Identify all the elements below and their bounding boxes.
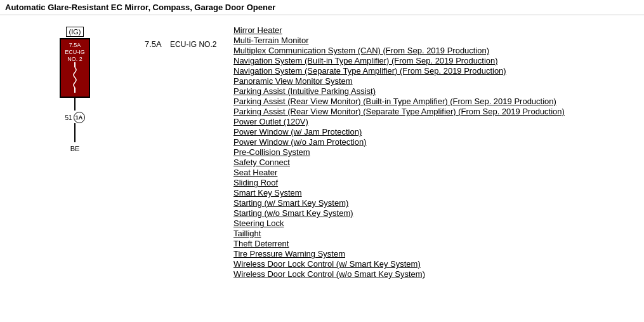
list-item: Sliding Roof [233,178,639,187]
list-item: Wireless Door Lock Control (w/ Smart Key… [233,259,639,269]
list-item: Smart Key System [233,188,639,198]
list-item-link[interactable]: Wireless Door Lock Control (w/ Smart Key… [233,259,421,269]
list-item: Taillight [233,229,639,238]
fuse-squiggle-icon [69,62,81,94]
fuse-diagram-panel: (IG) 7.5A ECU-IG NO. 2 51 1A [5,20,145,279]
list-item-link[interactable]: Mirror Heater [233,25,282,35]
list-item-link[interactable]: Smart Key System [233,188,302,198]
list-item: Seat Heater [233,168,639,177]
list-item: Pre-Collision System [233,147,639,157]
list-item: Parking Assist (Rear View Monitor) (Sepa… [233,107,639,116]
list-item: Wireless Door Lock Control (w/o Smart Ke… [233,269,639,279]
ig-label: (IG) [66,27,84,37]
list-item: Parking Assist (Rear View Monitor) (Buil… [233,97,639,106]
list-item: Power Outlet (120V) [233,117,639,126]
list-item: Safety Connect [233,158,639,167]
list-item-link[interactable]: Power Window (w/ Jam Protection) [233,127,362,137]
list-item: Mirror Heater [233,25,639,35]
list-item-link[interactable]: Power Window (w/o Jam Protection) [233,137,367,147]
list-item: Theft Deterrent [233,239,639,248]
list-item: Starting (w/ Smart Key System) [233,198,639,208]
connector-num: 51 [65,114,72,121]
list-item-link[interactable]: Wireless Door Lock Control (w/o Smart Ke… [233,269,425,279]
list-item-link[interactable]: Parking Assist (Rear View Monitor) (Buil… [233,97,556,106]
fuse-text: 7.5A ECU-IG NO. 2 [65,42,85,62]
svg-rect-1 [74,88,76,93]
be-label: BE [70,145,80,152]
list-item: Power Window (w/ Jam Protection) [233,127,639,137]
list-item-link[interactable]: Pre-Collision System [233,147,310,157]
list-item-link[interactable]: Tire Pressure Warning System [233,249,345,258]
list-item: Tire Pressure Warning System [233,249,639,258]
list-item-link[interactable]: Multi-Terrain Monitor [233,36,308,45]
list-item-link[interactable]: Navigation System (Separate Type Amplifi… [233,66,506,76]
list-item-link[interactable]: Seat Heater [233,168,277,177]
list-item: Power Window (w/o Jam Protection) [233,137,639,147]
list-item-link[interactable]: Starting (w/ Smart Key System) [233,198,348,208]
connector-line-bottom [74,123,76,142]
list-item-link[interactable]: Parking Assist (Intuitive Parking Assist… [233,86,376,96]
list-item: Parking Assist (Intuitive Parking Assist… [233,86,639,96]
link-list-panel: Mirror HeaterMulti-Terrain MonitorMultip… [227,20,639,279]
list-item: Steering Lock [233,218,639,228]
connector-line [74,98,76,111]
list-item-link[interactable]: Multiplex Communication System (CAN) (Fr… [233,46,489,55]
fuse-value: 7.5A [145,39,162,49]
page-title: Automatic Glare-Resistant EC Mirror, Com… [0,0,644,15]
fuse-info: 7.5A ECU-IG NO.2 [145,20,227,279]
list-item: Multi-Terrain Monitor [233,36,639,45]
fuse-label: ECU-IG NO.2 [170,40,216,49]
list-item-link[interactable]: Theft Deterrent [233,239,289,248]
list-item-link[interactable]: Parking Assist (Rear View Monitor) (Sepa… [233,107,565,116]
svg-rect-0 [74,62,76,67]
list-item-link[interactable]: Panoramic View Monitor System [233,76,353,86]
list-item: Starting (w/o Smart Key System) [233,208,639,218]
connector-circle: 1A [74,112,85,123]
list-item-link[interactable]: Sliding Roof [233,178,278,187]
list-item-link[interactable]: Navigation System (Built-in Type Amplifi… [233,56,498,65]
list-item: Panoramic View Monitor System [233,76,639,86]
list-item-link[interactable]: Steering Lock [233,218,284,228]
fuse-box: 7.5A ECU-IG NO. 2 [60,38,90,98]
list-item: Navigation System (Separate Type Amplifi… [233,66,639,76]
list-item-link[interactable]: Power Outlet (120V) [233,117,308,126]
link-list: Mirror HeaterMulti-Terrain MonitorMultip… [233,25,639,279]
connector-box: 51 1A [65,112,84,123]
list-item: Navigation System (Built-in Type Amplifi… [233,56,639,65]
list-item: Multiplex Communication System (CAN) (Fr… [233,46,639,55]
list-item-link[interactable]: Taillight [233,229,261,238]
list-item-link[interactable]: Starting (w/o Smart Key System) [233,208,353,218]
list-item-link[interactable]: Safety Connect [233,158,290,167]
